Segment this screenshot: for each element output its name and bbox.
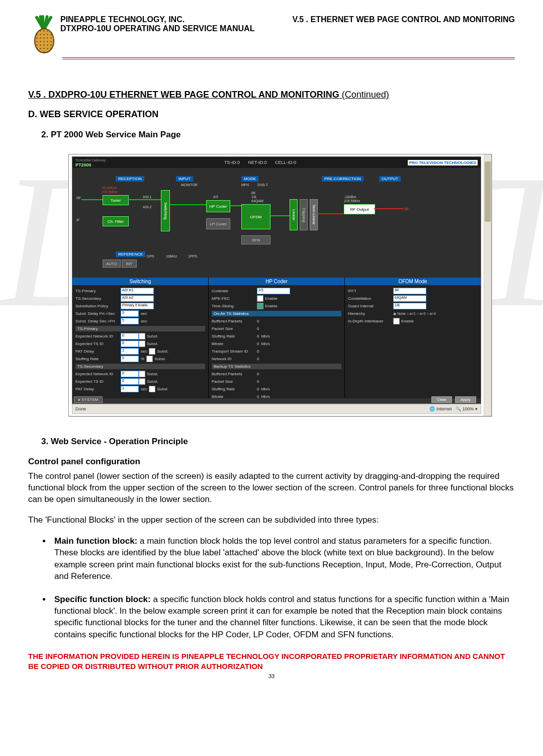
block-sfn[interactable]: SFN — [241, 235, 270, 244]
footer-proprietary: THE INFORMATION PROVIDED HEREIN IS PINEA… — [28, 651, 515, 671]
block-clipping[interactable]: Clipping — [300, 199, 308, 230]
block-lp-coder[interactable]: LP Coder — [206, 218, 230, 229]
dropdown-guard[interactable]: 1/8 — [393, 303, 426, 309]
ref-auto[interactable]: AUTO — [103, 260, 121, 268]
header-rule — [62, 57, 515, 59]
input-delay-ps[interactable]: 5 — [121, 310, 139, 317]
device-brand: PT2000 — [75, 162, 92, 167]
paragraph-2: The 'Functional Blocks' in the upper sec… — [28, 515, 515, 526]
embedded-screenshot: Terrestrial Gateway PT2000 TS-ID:0 NET-I… — [68, 154, 491, 416]
dropdown-ts-primary[interactable]: ASI in1 — [121, 288, 154, 294]
apply-button[interactable]: Apply — [455, 396, 476, 403]
header-manual: DTXPRO-10U OPERATING AND SERVICE MANUAL — [60, 24, 254, 33]
block-ofdm[interactable]: OFDM — [241, 204, 270, 229]
cp-title: Control panel configuration — [28, 457, 515, 467]
header-section-ref: V.5 . ETHERNET WEB PAGE CONTROL AND MONI… — [293, 15, 515, 33]
section-title: V.5 . DXDPRO-10U ETHERNET WEB PAGE CONTR… — [28, 90, 515, 100]
dropdown-ts-secondary[interactable]: ASI in2 — [121, 295, 154, 302]
block-linear[interactable]: Linear — [290, 199, 298, 230]
label-mode: MODE — [241, 176, 258, 182]
dropdown-sub-policy[interactable]: Primary if Availa — [121, 303, 154, 309]
heading-d: D. WEB SERVICE OPERATION — [28, 109, 515, 120]
block-ch-filter[interactable]: Ch. Filter — [103, 216, 129, 226]
clear-button[interactable]: Clear — [431, 396, 452, 403]
company-logo — [28, 15, 58, 55]
label-reference: REFERENCE — [116, 251, 145, 257]
vendor-logo: PRO TELEVISION TECHNOLOGIES — [408, 160, 478, 165]
page-header: PINEAPPLE TECHNOLOGY, INC. DTXPRO-10U OP… — [28, 15, 515, 55]
paragraph-1: The control panel (lower section of the … — [28, 471, 515, 506]
page-number: 33 — [28, 673, 515, 679]
heading-3: 3. Web Service - Operation Principle — [41, 437, 515, 447]
label-precorrection: PRE-CORRECTION — [322, 176, 364, 182]
header-ids: TS-ID:0 NET-ID:0 CELL-ID:0 — [217, 160, 296, 165]
dropdown-coderate[interactable]: 2/3 — [257, 288, 290, 294]
block-rf-output[interactable]: RF Output — [344, 204, 375, 214]
browser-status-bar: Done Internet 🔍 100% ▾ — [72, 404, 481, 414]
panel-hp-coder[interactable]: HP Coder Coderate2/3 MPE-FECEnable Time-… — [209, 278, 345, 398]
header-company: PINEAPPLE TECHNOLOGY, INC. — [60, 15, 254, 24]
block-nonlinear[interactable]: Non-Linear — [310, 199, 318, 230]
block-hp-coder[interactable]: HP Coder — [206, 200, 230, 212]
heading-2: 2. PT 2000 Web Service Main Page — [41, 130, 515, 140]
block-switching[interactable]: Switching — [161, 190, 170, 231]
system-button[interactable]: ▸ SYSTEM — [74, 396, 103, 403]
browser-scrollbar[interactable] — [484, 154, 491, 416]
dropdown-const[interactable]: 64QAM — [393, 295, 426, 302]
block-tuner[interactable]: Tuner — [103, 195, 129, 205]
ref-int[interactable]: INT — [122, 260, 137, 268]
dropdown-ifft[interactable]: 8K — [393, 288, 426, 294]
label-output: OUTPUT — [379, 176, 401, 182]
input-delay-sp[interactable]: 5 — [121, 318, 139, 324]
label-input: INPUT — [176, 176, 193, 182]
label-reception: RECEPTION — [116, 176, 144, 182]
bullet-main-function: Main function block: a main function blo… — [51, 535, 515, 582]
bullet-specific-function: Specific function block: a specific func… — [51, 594, 515, 641]
bullet-list: Main function block: a main function blo… — [51, 535, 515, 641]
checkbox[interactable] — [139, 333, 145, 340]
panel-switching[interactable]: Switching TS-PrimaryASI in1 TS-Secondary… — [72, 278, 209, 398]
panel-ofdm[interactable]: OFDM Mode IFFT8K Constellation64QAM Guar… — [345, 278, 481, 398]
block-diagram: RECEPTION INPUT MODE PRE-CORRECTION OUTP… — [72, 168, 481, 278]
